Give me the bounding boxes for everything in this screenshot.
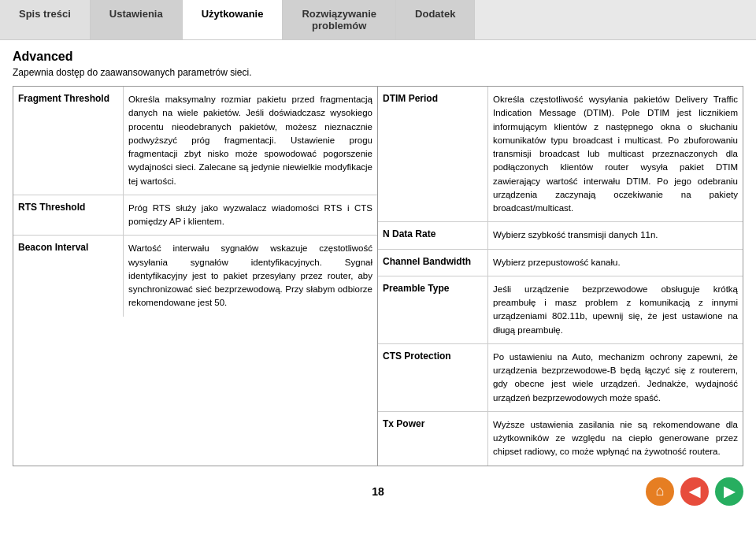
tab-rozwiazywanie[interactable]: Rozwiązywanie problemów <box>283 0 396 39</box>
footer: 18 ⌂ ◀ ▶ <box>0 476 756 504</box>
table-row: RTS Threshold Próg RTS służy jako wyzwal… <box>13 195 377 236</box>
fragment-threshold-label: Fragment Threshold <box>13 87 124 195</box>
right-column: DTIM Period Określa częstotliwość wysyła… <box>378 87 743 466</box>
left-column: Fragment Threshold Określa maksymalny ro… <box>13 87 378 466</box>
fragment-threshold-desc: Określa maksymalny rozmiar pakietu przed… <box>124 87 377 195</box>
back-button[interactable]: ◀ <box>680 477 709 506</box>
n-data-rate-label: N Data Rate <box>378 222 488 248</box>
channel-bandwidth-desc: Wybierz przepustowość kanału. <box>488 250 743 276</box>
tab-uzytkowanie[interactable]: Użytkowanie <box>183 0 284 39</box>
main-content: Advanced Zapewnia dostęp do zaawansowany… <box>0 40 756 476</box>
tab-rozwiazywanie-line2: problemów <box>312 20 366 32</box>
home-icon: ⌂ <box>656 483 665 499</box>
home-button[interactable]: ⌂ <box>646 477 674 506</box>
page-subtitle: Zapewnia dostęp do zaawansowanych parame… <box>13 67 743 78</box>
navigation-tabs: Spis treści Ustawienia Użytkowanie Rozwi… <box>0 0 756 40</box>
table-row: Tx Power Wyższe ustawienia zasilania nie… <box>378 412 743 466</box>
forward-icon: ▶ <box>724 483 735 500</box>
preamble-type-desc: Jeśli urządzenie bezprzewodowe obsługuje… <box>488 276 743 343</box>
table-row: Preamble Type Jeśli urządzenie bezprzewo… <box>378 276 743 344</box>
table-row: Channel Bandwidth Wybierz przepustowość … <box>378 250 743 276</box>
table-row: DTIM Period Określa częstotliwość wysyła… <box>378 87 743 222</box>
tab-rozwiazywanie-line1: Rozwiązywanie <box>302 8 376 20</box>
dtim-period-desc: Określa częstotliwość wysyłania pakietów… <box>488 87 743 221</box>
cts-protection-label: CTS Protection <box>378 344 488 411</box>
beacon-interval-label: Beacon Interval <box>13 236 124 316</box>
page-title: Advanced <box>13 50 743 64</box>
rts-threshold-desc: Próg RTS służy jako wyzwalacz wiadomości… <box>124 195 377 236</box>
forward-button[interactable]: ▶ <box>715 477 743 506</box>
table-row: CTS Protection Po ustawieniu na Auto, me… <box>378 344 743 412</box>
footer-buttons: ⌂ ◀ ▶ <box>646 477 743 506</box>
tx-power-label: Tx Power <box>378 412 488 466</box>
page-number: 18 <box>0 485 756 498</box>
dtim-period-label: DTIM Period <box>378 87 488 221</box>
preamble-type-label: Preamble Type <box>378 276 488 343</box>
channel-bandwidth-label: Channel Bandwidth <box>378 250 488 276</box>
rts-threshold-label: RTS Threshold <box>13 195 124 236</box>
back-icon: ◀ <box>689 483 700 500</box>
tab-ustawienia[interactable]: Ustawienia <box>91 0 183 39</box>
table-row: Beacon Interval Wartość interwału sygnał… <box>13 236 377 316</box>
tab-dodatek[interactable]: Dodatek <box>396 0 475 39</box>
beacon-interval-desc: Wartość interwału sygnałów wskazuje częs… <box>124 236 377 316</box>
n-data-rate-desc: Wybierz szybkość transmisji danych 11n. <box>488 222 743 248</box>
tab-spis[interactable]: Spis treści <box>0 0 91 39</box>
cts-protection-desc: Po ustawieniu na Auto, mechanizm ochrony… <box>488 344 743 411</box>
table-row: N Data Rate Wybierz szybkość transmisji … <box>378 222 743 249</box>
content-table: Fragment Threshold Określa maksymalny ro… <box>13 86 743 466</box>
tx-power-desc: Wyższe ustawienia zasilania nie są rekom… <box>488 412 743 466</box>
table-row: Fragment Threshold Określa maksymalny ro… <box>13 87 377 195</box>
